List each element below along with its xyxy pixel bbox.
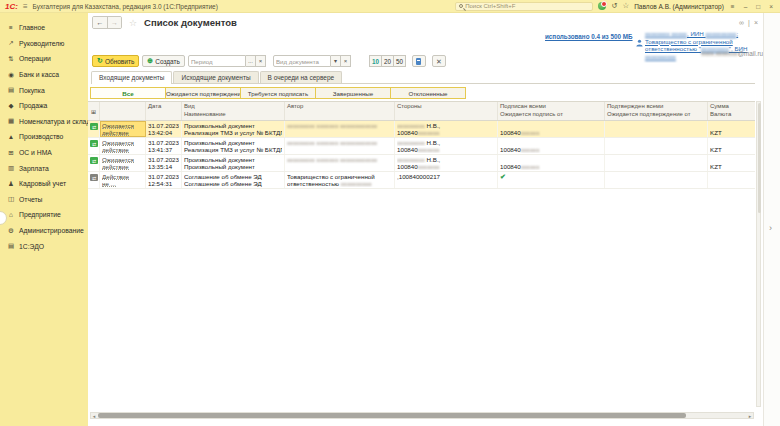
period-clear-button[interactable]: ×: [256, 55, 266, 67]
cell-kind-name: Соглашение об обмене ЭДСоглашение об обм…: [182, 172, 285, 188]
back-button[interactable]: ←: [93, 17, 107, 28]
sidebar-item-nomenklatura[interactable]: ▦Номенклатура и склад: [0, 114, 88, 130]
enterprise-icon: ⌂: [7, 211, 15, 218]
cell-date: 31.07.202313:42:04: [146, 121, 182, 137]
cell-date: 31.07.202313:41:37: [146, 138, 182, 154]
table-row[interactable]: ⇄ Ожидаетсядействие 31.07.202313:42:04 П…: [88, 121, 755, 138]
cell-date: 31.07.202312:54:31: [146, 172, 182, 188]
sidebar-item-bank-i-kassa[interactable]: ◉Банк и касса: [0, 67, 88, 83]
sidebar-item-administrirovanie[interactable]: ⚙Администрирование: [0, 223, 88, 239]
filter-declined[interactable]: Отклоненные: [390, 87, 466, 99]
kind-clear-button[interactable]: ×: [341, 55, 351, 67]
period-input[interactable]: [188, 55, 246, 67]
table-row[interactable]: ⇄ Действиене ... 31.07.202312:54:31 Согл…: [88, 172, 755, 189]
refresh-button[interactable]: ↻ Обновить: [92, 55, 139, 67]
payroll-icon: ▥: [7, 164, 15, 172]
tab-outgoing-documents[interactable]: Исходящие документы: [173, 71, 258, 83]
favorites-icon[interactable]: ☆: [622, 2, 629, 10]
sidebar-item-os-i-nma[interactable]: ⊞ОС и НМА: [0, 145, 88, 161]
header-kind-name[interactable]: ВидНаименование: [182, 102, 285, 120]
current-user[interactable]: Павлов А.В. (Администратор): [634, 3, 724, 10]
status-link[interactable]: Ожидается: [102, 156, 134, 163]
page-size-50-button[interactable]: 50: [393, 55, 406, 67]
expand-panel-chevron-icon[interactable]: ›: [769, 223, 772, 233]
filter-needs-signature[interactable]: Требуется подписать: [240, 87, 316, 99]
sections-panel: ≡Главное ↗Руководителю ⇅Операции ◉Банк и…: [0, 13, 88, 426]
warehouse-icon: ▦: [7, 117, 15, 125]
cell-kind-name: Произвольный документРеализация ТМЗ и ус…: [182, 121, 285, 137]
notifications-icon[interactable]: [598, 2, 606, 10]
horizontal-scrollbar[interactable]: ◂ ▸: [90, 412, 754, 419]
list-view-icon: [416, 58, 421, 65]
vertical-scrollbar-thumb[interactable]: [758, 103, 761, 213]
status-link[interactable]: Действие: [102, 173, 129, 180]
page-title: Список документов: [144, 17, 237, 28]
forward-button[interactable]: →: [107, 17, 121, 28]
status-link[interactable]: Ожидается: [102, 122, 134, 129]
cell-signed: ✔: [498, 172, 605, 188]
get-link-icon[interactable]: ∞: [739, 19, 744, 26]
create-button[interactable]: ⊕ Создать: [142, 55, 185, 67]
cell-amount: KZT: [708, 138, 755, 154]
more-actions-button[interactable]: ✕: [432, 55, 446, 67]
header-amount[interactable]: СуммаВалюта: [708, 102, 755, 120]
minimize-button[interactable]: –: [742, 3, 750, 10]
document-list-form: ← → ☆ Список документов ∞ | × использова…: [88, 13, 780, 426]
table-row[interactable]: ⇄ Ожидаетсядействие 31.07.202313:35:14 П…: [88, 155, 755, 172]
sidebar-item-pokupka[interactable]: ▤Покупка: [0, 82, 88, 98]
status-link[interactable]: действие: [102, 129, 129, 136]
scroll-right-arrow-icon[interactable]: ▸: [747, 413, 753, 419]
main-menu-icon[interactable]: ≡: [23, 2, 28, 11]
horizontal-scrollbar-thumb[interactable]: [98, 413, 686, 418]
favorite-star-icon[interactable]: ☆: [129, 18, 137, 28]
filter-completed[interactable]: Завершенные: [315, 87, 391, 99]
header-date[interactable]: Дата: [146, 102, 182, 120]
close-window-button[interactable]: ×: [767, 3, 775, 10]
document-direction-tabs: Входящие документы Исходящие документы В…: [91, 71, 755, 84]
view-settings-button[interactable]: [412, 55, 426, 67]
document-kind-input[interactable]: [273, 55, 331, 67]
period-choose-button[interactable]: ...: [246, 55, 256, 67]
filter-all[interactable]: Все: [90, 87, 166, 99]
sidebar-item-zarplata[interactable]: ▥Зарплата: [0, 160, 88, 176]
table-settings-icon[interactable]: ⊞: [88, 102, 100, 120]
global-search[interactable]: [455, 2, 593, 11]
coin-icon: ◉: [7, 71, 15, 79]
sidebar-item-proizvodstvo[interactable]: ▲Производство: [0, 129, 88, 145]
storage-usage-link[interactable]: использовано 0.4 из 500 МБ: [545, 33, 633, 40]
history-icon[interactable]: ↺: [611, 2, 617, 10]
status-link[interactable]: не ...: [102, 180, 116, 187]
sidebar-item-kadrovyi-uchet[interactable]: ♟Кадровый учет: [0, 176, 88, 192]
header-confirmed[interactable]: Подтвержден всемиОжидается подтверждение…: [605, 102, 708, 120]
cell-signed: 100840xxxxxx: [498, 121, 605, 137]
sidebar-item-predpriyatie[interactable]: ⌂Предприятие: [0, 207, 88, 223]
cell-confirmed: [605, 121, 708, 137]
kind-dropdown-button[interactable]: ▾: [331, 55, 341, 67]
sidebar-item-glavnoe[interactable]: ≡Главное: [0, 20, 88, 36]
header-parties[interactable]: Стороны: [395, 102, 498, 120]
sidebar-item-operacii[interactable]: ⇅Операции: [0, 51, 88, 67]
header-author[interactable]: Автор: [285, 102, 395, 120]
service-menu-icon[interactable]: ≡: [729, 3, 737, 10]
sidebar-item-prodazha[interactable]: ◆Продажа: [0, 98, 88, 114]
status-link[interactable]: действие: [102, 163, 129, 170]
sidebar-item-otchety[interactable]: ◫Отчеты: [0, 192, 88, 208]
filter-awaiting-confirmation[interactable]: Ожидается подтверждение: [165, 87, 241, 99]
sidebar-item-1c-edo[interactable]: ▤1С:ЭДО: [0, 238, 88, 254]
vertical-scrollbar[interactable]: [756, 101, 761, 407]
header-signed[interactable]: Подписан всемиОжидается подпись от: [498, 102, 605, 120]
status-link[interactable]: Ожидается: [102, 139, 134, 146]
refresh-icon: ↻: [97, 57, 103, 65]
cell-signed: 100840xxxxxx: [498, 138, 605, 154]
tab-incoming-documents[interactable]: Входящие документы: [91, 71, 172, 84]
scroll-left-arrow-icon[interactable]: ◂: [91, 413, 97, 419]
assets-icon: ⊞: [7, 149, 15, 157]
sidebar-item-rukovoditelyu[interactable]: ↗Руководителю: [0, 36, 88, 52]
table-row[interactable]: ⇄ Ожидаетсядействие 31.07.202313:41:37 П…: [88, 138, 755, 155]
status-link[interactable]: действие: [102, 146, 129, 153]
close-form-icon[interactable]: ×: [754, 19, 758, 26]
search-input[interactable]: [465, 3, 589, 9]
header-status: [100, 102, 146, 120]
tab-server-queue[interactable]: В очереди на сервере: [260, 71, 343, 83]
maximize-button[interactable]: □: [754, 3, 762, 10]
